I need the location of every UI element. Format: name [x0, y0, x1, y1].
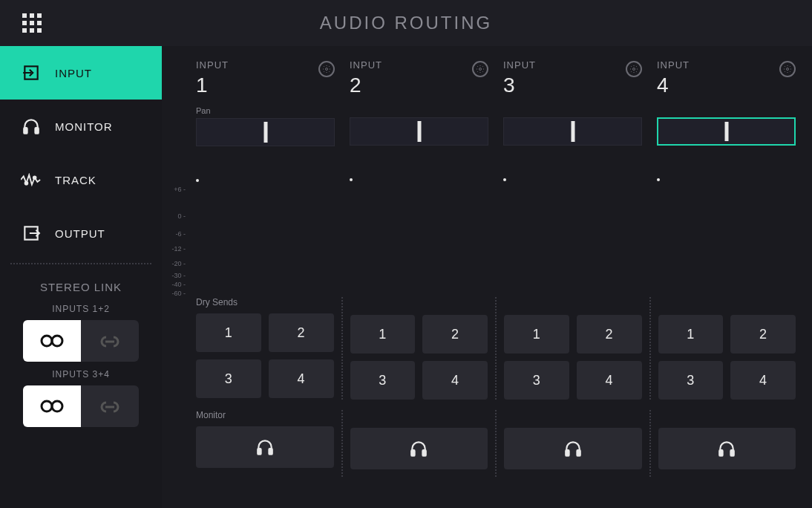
two-circles-icon: [39, 333, 65, 349]
scale-tick: -20 -: [171, 260, 189, 267]
input-icon: [21, 63, 42, 82]
nav-item-track[interactable]: TRACK: [0, 153, 162, 206]
nav-item-monitor[interactable]: MONITOR: [0, 100, 162, 153]
send-button-1[interactable]: 1: [504, 315, 569, 354]
header: AUDIO ROUTING: [0, 0, 812, 46]
scale-tick: -40 -: [171, 281, 189, 288]
nav-item-label: TRACK: [55, 174, 96, 186]
monitor-button[interactable]: [196, 426, 334, 468]
stereo-unlinked-button[interactable]: [23, 320, 81, 362]
nav-item-label: MONITOR: [55, 120, 113, 133]
pan-slider[interactable]: [350, 117, 488, 146]
level-meter: [503, 152, 642, 263]
nav-item-output[interactable]: OUTPUT: [0, 206, 162, 260]
svg-point-13: [787, 68, 789, 71]
link-icon: [99, 333, 121, 349]
send-button-1[interactable]: 1: [196, 313, 261, 352]
send-button-2[interactable]: 2: [730, 315, 796, 354]
channel-label: INPUT: [503, 59, 536, 71]
scale-tick: -60 -: [171, 290, 189, 297]
two-circles-icon: [39, 398, 65, 414]
stereo-linked-button[interactable]: [81, 320, 139, 362]
level-meter: [196, 152, 335, 264]
sends-cell: 1234: [495, 297, 649, 400]
send-button-2[interactable]: 2: [422, 315, 488, 354]
headphone-icon: [254, 437, 276, 457]
level-meter: [657, 152, 796, 263]
send-button-3[interactable]: 3: [658, 361, 724, 400]
channel-label: INPUT: [657, 59, 690, 71]
send-button-4[interactable]: 4: [730, 361, 796, 400]
svg-rect-18: [566, 450, 569, 456]
svg-point-12: [633, 68, 635, 71]
channel-settings-button[interactable]: [779, 61, 796, 77]
scale-tick: -30 -: [171, 272, 189, 279]
stereo-group-label: INPUTS 3+4: [0, 369, 162, 380]
channel-1: INPUT 1 Pan: [189, 59, 342, 297]
send-button-3[interactable]: 3: [196, 359, 261, 398]
stereo-toggle-1-2: [0, 320, 162, 362]
content: +6 -0 --6 --12 --20 --30 --40 --60 - INP…: [162, 46, 812, 508]
scale-tick: -6 -: [176, 230, 189, 238]
channel-number: 2: [350, 74, 382, 97]
sends-cell: 1234: [341, 297, 496, 400]
pan-slider[interactable]: [657, 117, 796, 146]
sidebar: INPUT MONITOR TRACK: [0, 46, 162, 508]
waveform-icon: [21, 173, 42, 186]
channel-label: INPUT: [350, 59, 382, 71]
channel-settings-button[interactable]: [472, 61, 488, 77]
stereo-unlinked-button[interactable]: [23, 385, 81, 427]
monitor-cell: [495, 410, 649, 477]
svg-rect-2: [35, 128, 38, 134]
stereo-toggle-3-4: [0, 385, 162, 427]
headphone-icon: [716, 439, 738, 458]
stereo-linked-button[interactable]: [81, 385, 139, 427]
pan-label: Pan: [196, 106, 335, 115]
channel-2: INPUT 2: [342, 59, 496, 297]
pan-slider[interactable]: [503, 117, 642, 146]
nav-item-input[interactable]: INPUT: [0, 46, 162, 100]
channel-settings-button[interactable]: [318, 61, 335, 77]
svg-point-11: [479, 68, 482, 71]
svg-rect-17: [423, 450, 426, 456]
channel-4: INPUT 4: [649, 59, 803, 297]
monitor-cell: [341, 410, 496, 477]
send-button-2[interactable]: 2: [577, 315, 642, 354]
svg-point-8: [42, 401, 52, 411]
channel-label: INPUT: [196, 59, 229, 71]
stereo-group-label: INPUTS 1+2: [0, 304, 162, 314]
svg-point-10: [326, 68, 328, 71]
channel-number: 4: [657, 74, 690, 97]
apps-grid-icon[interactable]: [22, 13, 42, 33]
send-button-1[interactable]: 1: [658, 315, 724, 354]
send-button-1[interactable]: 1: [350, 315, 416, 354]
send-button-4[interactable]: 4: [422, 361, 488, 400]
svg-rect-20: [720, 450, 723, 456]
sends-cell: Dry Sends1234: [189, 297, 341, 400]
output-icon: [21, 224, 42, 243]
send-button-3[interactable]: 3: [350, 361, 416, 400]
svg-rect-21: [731, 450, 734, 456]
monitor-button[interactable]: [350, 428, 488, 469]
svg-rect-19: [577, 450, 580, 456]
link-icon: [99, 398, 121, 414]
send-button-4[interactable]: 4: [577, 361, 642, 400]
channel-settings-button[interactable]: [626, 61, 642, 77]
monitor-button[interactable]: [658, 428, 796, 469]
svg-point-9: [52, 401, 62, 411]
monitor-button[interactable]: [504, 428, 642, 469]
nav-item-label: OUTPUT: [55, 227, 105, 240]
gear-icon: [629, 65, 638, 74]
send-button-4[interactable]: 4: [269, 359, 334, 398]
send-button-2[interactable]: 2: [269, 313, 334, 352]
dry-sends-label: Dry Sends: [196, 297, 334, 307]
scale-tick: 0 -: [177, 212, 189, 220]
monitor-label: Monitor: [196, 410, 334, 420]
gear-icon: [322, 65, 331, 74]
monitor-cell: [649, 410, 804, 477]
svg-rect-14: [258, 449, 261, 455]
pan-slider[interactable]: [196, 118, 335, 146]
separator: [10, 263, 151, 264]
monitor-cell: Monitor: [189, 410, 341, 477]
send-button-3[interactable]: 3: [504, 361, 569, 400]
